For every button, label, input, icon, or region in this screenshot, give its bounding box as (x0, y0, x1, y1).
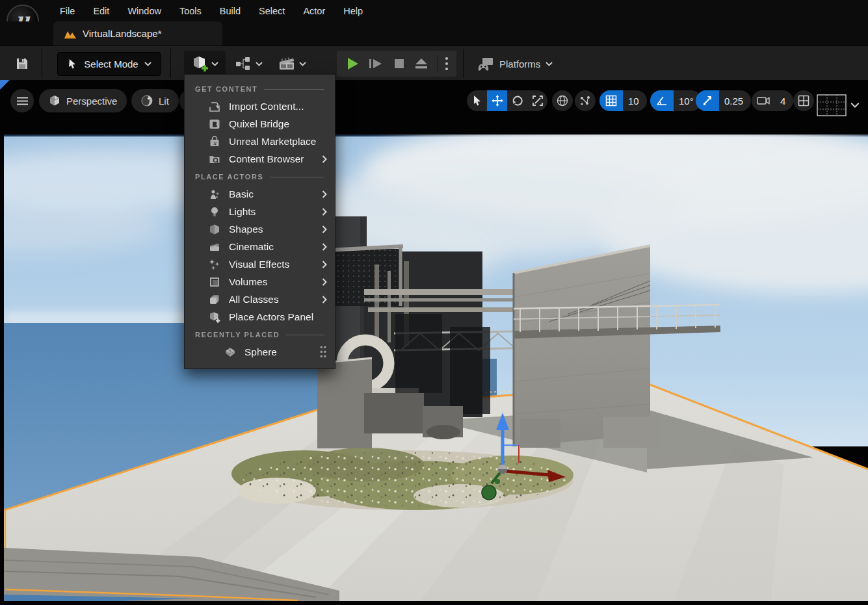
menu-build[interactable]: Build (211, 6, 250, 16)
surface-snapping-icon (579, 95, 591, 107)
chevron-down-icon (299, 62, 306, 66)
layout-chevron-down-icon[interactable] (850, 102, 860, 109)
menu-item-volumes[interactable]: Volumes (185, 273, 335, 290)
cinematics-icon (278, 56, 296, 71)
camera-speed-control[interactable]: 4 (752, 90, 793, 111)
place-actors-panel-icon (208, 311, 220, 323)
menu-item-unreal-marketplace[interactable]: u Unreal Marketplace (185, 133, 335, 150)
menu-item-all-classes[interactable]: All Classes (185, 290, 335, 308)
unreal-editor-window: u File Edit Window Tools Build Select Ac… (0, 0, 868, 605)
grid-snap-value[interactable]: 10 (623, 96, 647, 107)
eject-button[interactable] (414, 57, 429, 71)
blueprints-button[interactable] (231, 51, 267, 77)
submenu-chevron-icon (322, 208, 327, 216)
add-content-button[interactable] (184, 51, 226, 77)
play-options-kebab-button[interactable] (445, 56, 449, 71)
select-tool-button[interactable] (467, 90, 487, 111)
shapes-icon (208, 223, 220, 235)
menu-file[interactable]: File (51, 6, 84, 16)
svg-text:u: u (213, 140, 217, 146)
layout-preview-icon (817, 94, 847, 116)
menu-item-place-actors-panel[interactable]: Place Actors Panel (185, 308, 335, 326)
lit-label: Lit (159, 96, 169, 107)
menu-item-lights[interactable]: Lights (185, 203, 335, 220)
perspective-cube-icon (49, 95, 60, 107)
skip-button[interactable] (367, 56, 384, 71)
rotate-tool-button[interactable] (507, 90, 527, 111)
scale-snap-value[interactable]: 0.25 (719, 96, 751, 107)
menu-item-shapes[interactable]: Shapes (185, 220, 335, 238)
menu-item-sphere[interactable]: Sphere •••••• (185, 343, 335, 361)
submenu-chevron-icon (322, 278, 327, 286)
menu-edit[interactable]: Edit (84, 6, 118, 16)
viewport-options-button[interactable] (10, 89, 34, 112)
menu-actor[interactable]: Actor (294, 6, 334, 16)
import-content-icon (208, 100, 220, 112)
scale-snap-icon[interactable] (696, 90, 719, 111)
quixel-bridge-icon (208, 118, 220, 130)
menubar: File Edit Window Tools Build Select Acto… (51, 0, 372, 21)
perspective-label: Perspective (66, 96, 117, 107)
menu-item-content-browser[interactable]: Content Browser (185, 150, 335, 168)
grass-rock-mound[interactable] (231, 448, 573, 510)
perspective-dropdown[interactable]: Perspective (39, 89, 127, 112)
menu-item-visual-effects[interactable]: Visual Effects (185, 255, 335, 273)
screen-layout-widget[interactable] (817, 94, 847, 119)
visual-effects-icon (208, 258, 220, 270)
platforms-icon (477, 57, 494, 72)
select-mode-dropdown[interactable]: Select Mode (57, 52, 161, 76)
chevron-down-icon (546, 62, 553, 66)
rotation-snap-control[interactable]: 10° (650, 90, 702, 111)
chevron-down-icon (211, 62, 218, 66)
play-button[interactable] (345, 56, 360, 71)
chainlink-fence (395, 314, 442, 393)
stop-button[interactable] (392, 57, 406, 71)
cinematics-button[interactable] (272, 51, 312, 77)
lights-icon (208, 205, 220, 218)
camera-speed-icon[interactable] (752, 90, 775, 111)
lit-dropdown[interactable]: Lit (131, 89, 179, 112)
move-icon (492, 95, 503, 107)
menu-help[interactable]: Help (334, 6, 372, 16)
hamburger-icon (17, 97, 28, 105)
submenu-chevron-icon (322, 190, 327, 198)
quad-view-button[interactable] (793, 90, 814, 111)
toolbar-separator (42, 49, 42, 78)
menu-item-import-content[interactable]: Import Content... (185, 97, 335, 115)
level-viewport[interactable]: Perspective Lit (0, 80, 868, 605)
submenu-chevron-icon (322, 296, 327, 303)
blueprints-icon (235, 56, 252, 71)
move-tool-button[interactable] (487, 90, 507, 111)
menu-window[interactable]: Window (118, 6, 170, 16)
menu-tools[interactable]: Tools (170, 6, 211, 16)
grid-snap-control[interactable]: 10 (599, 90, 647, 111)
menu-select[interactable]: Select (250, 6, 294, 16)
world-space-button[interactable] (552, 90, 573, 111)
menu-item-quixel-bridge[interactable]: Quixel Bridge (185, 115, 335, 133)
menu-item-cinematic[interactable]: Cinematic (185, 238, 335, 255)
quad-view-icon (798, 95, 809, 107)
save-button[interactable] (10, 52, 34, 75)
toolbar-separator (463, 49, 464, 78)
sphere-icon (224, 346, 236, 358)
scale-snap-control[interactable]: 0.25 (696, 90, 751, 111)
chainlink-fence (450, 327, 490, 414)
scale-tool-button[interactable] (527, 90, 547, 111)
drag-handle-icon[interactable]: •••••• (320, 345, 327, 359)
play-separator (437, 55, 438, 73)
cinematic-icon (208, 240, 220, 253)
level-tab[interactable]: VirtualLandscape* (53, 21, 222, 45)
chevron-down-icon (256, 62, 263, 66)
submenu-chevron-icon (322, 243, 327, 251)
menu-item-basic[interactable]: Basic (185, 185, 335, 203)
platforms-dropdown[interactable]: Platforms (473, 52, 557, 76)
rotation-snap-icon[interactable] (650, 90, 674, 111)
camera-speed-value[interactable]: 4 (775, 96, 793, 107)
surface-snapping-button[interactable] (575, 90, 596, 111)
lit-sphere-icon (141, 95, 153, 107)
viewport-scene[interactable] (4, 135, 868, 601)
platforms-label: Platforms (499, 58, 540, 70)
grid-snap-icon[interactable] (599, 90, 623, 111)
tab-strip: VirtualLandscape* (0, 21, 868, 45)
select-mode-label: Select Mode (84, 58, 138, 70)
